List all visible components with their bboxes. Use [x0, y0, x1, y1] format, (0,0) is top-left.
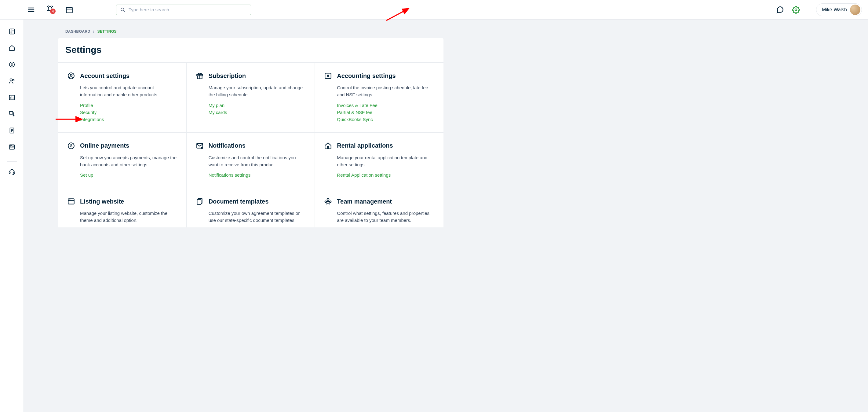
- search-input[interactable]: [129, 7, 247, 12]
- mail-gear-icon: [196, 142, 204, 150]
- link-set-up[interactable]: Set up: [80, 172, 177, 178]
- section-title: Accounting settings: [337, 72, 396, 80]
- notifications-button[interactable]: 4: [46, 5, 54, 14]
- breadcrumb-separator: /: [93, 29, 94, 34]
- svg-point-58: [325, 201, 327, 202]
- svg-rect-34: [9, 172, 10, 174]
- section-rental-applications: Rental applications Manage your rental a…: [315, 133, 443, 188]
- section-description: Manage your listing website, customize t…: [80, 210, 177, 224]
- section-team-management: Team management Control what settings, f…: [315, 188, 443, 227]
- sidebar-item-people[interactable]: [8, 78, 15, 86]
- main-area: DASHBOARD / SETTINGS Settings Account se…: [24, 20, 478, 227]
- svg-rect-30: [10, 146, 12, 147]
- svg-rect-56: [197, 200, 201, 204]
- section-title: Notifications: [209, 142, 246, 149]
- sidebar-item-home[interactable]: [8, 45, 15, 53]
- svg-line-3: [47, 6, 49, 7]
- settings-grid: Account settings Lets you control and up…: [58, 63, 443, 227]
- svg-rect-5: [66, 7, 72, 12]
- section-description: Manage your subscription, update and cha…: [209, 84, 306, 98]
- calendar-button[interactable]: [65, 6, 73, 14]
- section-online-payments: $ Online payments Set up how you accepts…: [58, 133, 187, 188]
- link-profile[interactable]: Profile: [80, 103, 177, 108]
- svg-rect-24: [9, 112, 12, 114]
- gift-icon: [196, 72, 204, 80]
- section-listing-website: Listing website Manage your listing webs…: [58, 188, 187, 227]
- sidebar-item-news[interactable]: [8, 144, 15, 152]
- sidebar-item-maintenance[interactable]: [8, 111, 15, 119]
- svg-line-4: [52, 6, 53, 7]
- page-title: Settings: [65, 45, 436, 55]
- svg-point-59: [330, 201, 331, 202]
- section-subscription: Subscription Manage your subscription, u…: [187, 63, 315, 133]
- section-title: Listing website: [80, 198, 124, 205]
- sidebar-item-transactions[interactable]: $: [8, 61, 15, 69]
- sidebar-item-files[interactable]: [8, 127, 15, 135]
- svg-point-53: [69, 199, 69, 200]
- house-icon: [324, 142, 332, 150]
- section-description: Customize your own agreement templates o…: [209, 210, 306, 224]
- search-icon: [120, 7, 126, 12]
- top-header: 4 Mike Walsh: [0, 0, 478, 20]
- link-quickbooks-sync[interactable]: QuickBooks Sync: [337, 117, 434, 122]
- sidebar-item-reports[interactable]: [8, 94, 15, 102]
- sidebar-item-support[interactable]: [8, 168, 15, 176]
- settings-card: Settings Account settings Lets you contr…: [58, 38, 443, 227]
- notification-badge: 4: [50, 8, 56, 14]
- section-description: Control what settings, features and prop…: [337, 210, 434, 224]
- link-notifications-settings[interactable]: Notifications settings: [209, 172, 306, 178]
- person-circle-icon: [67, 72, 75, 80]
- link-partial-nsf-fee[interactable]: Partial & NSF fee: [337, 110, 434, 115]
- svg-point-42: [328, 75, 329, 77]
- breadcrumb-root[interactable]: DASHBOARD: [65, 29, 90, 34]
- section-title: Rental applications: [337, 142, 393, 149]
- left-sidebar: $: [0, 20, 24, 227]
- section-description: Customize and control the notifications …: [209, 154, 306, 168]
- link-rental-application-settings[interactable]: Rental Application settings: [337, 172, 434, 178]
- section-document-templates: Document templates Customize your own ag…: [187, 188, 315, 227]
- browser-icon: [67, 198, 75, 205]
- svg-rect-35: [13, 172, 15, 174]
- svg-point-57: [327, 198, 329, 201]
- breadcrumb-current: SETTINGS: [97, 29, 117, 34]
- link-security[interactable]: Security: [80, 110, 177, 115]
- card-header: Settings: [58, 38, 443, 63]
- vault-icon: [324, 72, 332, 80]
- svg-line-10: [123, 10, 125, 11]
- search-box[interactable]: [116, 5, 251, 15]
- svg-rect-51: [68, 199, 74, 204]
- svg-point-37: [70, 74, 72, 77]
- section-title: Online payments: [80, 142, 129, 149]
- sidebar-separator: [7, 161, 17, 162]
- section-title: Team management: [337, 198, 392, 205]
- svg-rect-50: [328, 146, 329, 149]
- svg-point-19: [12, 80, 14, 81]
- team-icon: [324, 198, 332, 205]
- header-left-group: 4: [28, 5, 73, 14]
- link-invoices-late-fee[interactable]: Invoices & Late Fee: [337, 103, 434, 108]
- breadcrumb: DASHBOARD / SETTINGS: [65, 29, 443, 34]
- svg-text:$: $: [11, 63, 12, 66]
- svg-point-18: [10, 79, 12, 81]
- link-my-plan[interactable]: My plan: [209, 103, 306, 108]
- section-description: Manage your rental application template …: [337, 154, 434, 168]
- section-description: Control the invoice posting schedule, la…: [337, 84, 434, 98]
- section-description: Lets you control and update account info…: [80, 84, 177, 98]
- section-account-settings: Account settings Lets you control and up…: [58, 63, 187, 133]
- section-title: Subscription: [209, 72, 246, 80]
- documents-icon: [196, 198, 204, 205]
- menu-button[interactable]: [28, 6, 35, 13]
- link-integrations[interactable]: Integrations: [80, 117, 177, 122]
- section-accounting-settings: Accounting settings Control the invoice …: [315, 63, 443, 133]
- dollar-circle-icon: $: [67, 142, 75, 150]
- section-title: Account settings: [80, 72, 129, 80]
- section-description: Set up how you accepts payments, manage …: [80, 154, 177, 168]
- svg-text:$: $: [70, 143, 72, 148]
- sidebar-item-dashboard[interactable]: [8, 28, 15, 36]
- section-notifications: Notifications Customize and control the …: [187, 133, 315, 188]
- link-my-cards[interactable]: My cards: [209, 110, 306, 115]
- svg-rect-41: [325, 73, 331, 78]
- section-title: Document templates: [209, 198, 269, 205]
